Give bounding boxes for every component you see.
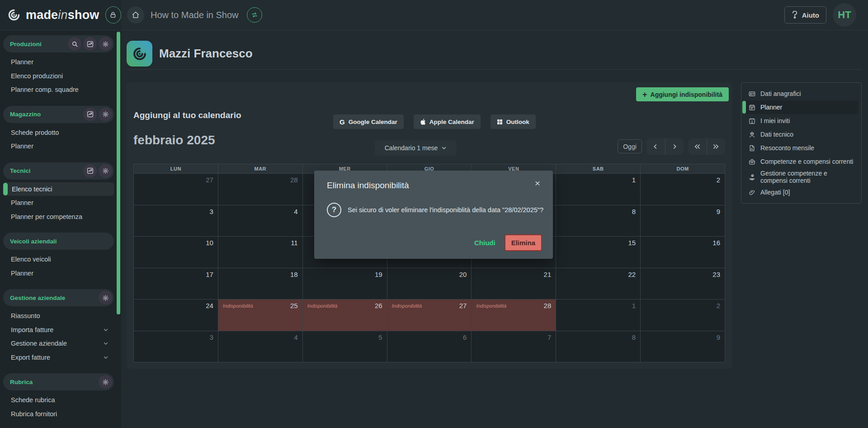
outlook-button[interactable]: Outlook [491,114,536,129]
panel-item-competenze-e-compensi-correnti[interactable]: Competenze e compensi correnti [745,155,858,168]
close-icon[interactable]: × [535,178,540,188]
day-number: 1 [632,302,636,309]
calendar-day-cell[interactable]: 8 [556,331,641,363]
calendar-day-cell[interactable]: Indisponibilità27 [387,300,472,331]
chart-icon[interactable] [83,37,97,51]
search-icon[interactable] [68,37,81,51]
calendar-day-cell[interactable]: 23 [641,268,725,300]
calendar-day-cell[interactable]: 22 [556,268,641,300]
panel-item-dati-anagrafici[interactable]: Dati anagrafici [745,87,858,100]
calendar-day-cell[interactable]: 21 [472,268,556,300]
panel-item-allegati-0[interactable]: Allegati [0] [745,185,858,199]
sidebar-item-elenco-veicoli[interactable]: Elenco veicoli [3,252,114,266]
panel-item-resoconto-mensile[interactable]: Resoconto mensile [745,141,858,155]
sidebar-item-elenco-produzioni[interactable]: Elenco produzioni [3,69,114,83]
calendar-day-cell[interactable]: 4 [218,331,303,363]
calendar-day-cell[interactable]: 2 [641,300,725,331]
sidebar-item-schede-prodotto[interactable]: Schede prodotto [3,126,114,140]
panel-item-gestione-competenze-e-compensi-correnti[interactable]: Gestione competenze e compensi correnti [745,168,858,185]
calendar-day-cell[interactable]: 7 [472,331,556,363]
weekday-header: LUN [134,164,218,174]
calendar-day-cell[interactable]: Indisponibilità25 [218,300,303,331]
profile-name: Mazzi Francesco [159,47,253,61]
calendar-day-cell[interactable]: 18 [218,268,303,300]
calendar-day-cell[interactable]: 2 [641,174,725,205]
prev-year-button[interactable] [688,138,707,155]
service-label: Outlook [506,119,529,125]
weekday-header: SAB [556,164,641,174]
modal-delete-button[interactable]: Elimina [505,234,542,251]
chart-icon[interactable] [83,164,97,178]
sidebar-item-planner-comp-squadre[interactable]: Planner comp. squadre [3,83,114,97]
chart-icon[interactable] [83,108,97,121]
lock-icon[interactable] [105,6,121,24]
panel-item-dati-tecnico[interactable]: Dati tecnico [745,128,858,141]
calendar-day-cell[interactable]: 6 [387,331,472,363]
calendar-day-cell[interactable]: 28 [218,174,303,205]
gear-icon[interactable] [99,291,112,304]
user-avatar[interactable]: HT [833,3,856,27]
calendar-day-cell[interactable]: Indisponibilità26 [303,300,387,331]
unavailability-event[interactable]: Indisponibilità [223,302,253,309]
panel-item-planner[interactable]: Planner [745,100,858,114]
calendar-day-cell[interactable]: 20 [387,268,472,300]
calendar-day-cell[interactable]: 3 [134,205,218,237]
modal-close-button[interactable]: Chiudi [474,239,495,247]
unavailability-event[interactable]: Indisponibilità [476,302,506,309]
sidebar-item-planner[interactable]: Planner [3,196,114,210]
sidebar-item-planner[interactable]: Planner [3,139,114,153]
calendar-day-cell[interactable]: 4 [218,205,303,237]
sidebar-item-planner-per-competenza[interactable]: Planner per competenza [3,210,114,224]
calendar-day-cell[interactable]: 9 [641,331,725,363]
sidebar-item-planner[interactable]: Planner [3,266,114,281]
add-unavailability-button[interactable]: + Aggiungi indisponibilità [636,87,729,101]
calendar-day-cell[interactable]: 1 [556,300,641,331]
calendar-day-cell[interactable]: 10 [134,237,218,268]
unavailability-event[interactable]: Indisponibilità [392,302,422,309]
gear-icon[interactable] [99,108,112,121]
apple-calendar-button[interactable]: Apple Calendar [414,114,481,129]
gear-icon[interactable] [99,375,112,389]
sidebar-item-label: Planner [11,143,33,150]
calendar-day-cell[interactable]: 5 [303,331,387,363]
calendar-day-cell[interactable]: Indisponibilità28 [472,300,556,331]
gear-icon[interactable] [99,164,112,178]
calendar-day-cell[interactable]: 9 [641,205,725,237]
sidebar-item-export-fatture[interactable]: Export fatture [3,351,114,365]
calendar-day-cell[interactable]: 3 [134,331,218,363]
sidebar-item-elenco-tecnici[interactable]: Elenco tecnici [3,182,114,196]
gear-icon[interactable] [99,37,112,51]
sidebar-scrollbar[interactable] [117,32,120,314]
calendar-day-cell[interactable]: 19 [303,268,387,300]
prev-month-button[interactable] [646,138,665,155]
help-button[interactable]: Aiuto [784,6,826,24]
calendar-day-cell[interactable]: 15 [556,237,641,268]
sidebar-item-importa-fatture[interactable]: Importa fatture [3,323,114,337]
home-icon[interactable] [127,6,144,24]
sidebar-item-label: Planner [11,270,33,277]
google-calendar-button[interactable]: GGoogle Calendar [333,114,404,129]
hand-money-icon [749,174,755,181]
sidebar-item-rubrica-fornitori[interactable]: Rubrica fornitori [3,407,114,421]
panel-item-i-miei-inviti[interactable]: I miei inviti [745,114,858,128]
calendar-day-cell[interactable]: 27 [134,174,218,205]
sidebar-item-gestione-aziendale[interactable]: Gestione aziendale [3,337,114,351]
next-month-button[interactable] [665,138,684,155]
swap-icon[interactable] [247,7,262,23]
calendar-day-cell[interactable]: 1 [556,174,641,205]
view-selector-dropdown[interactable]: Calendario 1 mese [375,140,457,156]
calendar-day-cell[interactable]: 17 [134,268,218,300]
day-number: 6 [463,333,467,341]
sidebar-item-planner[interactable]: Planner [3,55,114,69]
unavailability-event[interactable]: Indisponibilità [307,302,338,309]
calendar-day-cell[interactable]: 24 [134,300,218,331]
today-button[interactable]: Oggi [618,139,642,153]
sidebar-item-schede-rubrica[interactable]: Schede rubrica [3,393,114,407]
calendar-day-cell[interactable]: 16 [641,237,725,268]
calendar-day-cell[interactable]: 11 [218,237,303,268]
app-root: madeinshow How to Made in Show [0,0,868,428]
calendar-day-cell[interactable]: 8 [556,205,641,237]
day-number: 25 [290,302,298,309]
sidebar-item-riassunto[interactable]: Riassunto [3,309,114,323]
next-year-button[interactable] [707,138,726,155]
